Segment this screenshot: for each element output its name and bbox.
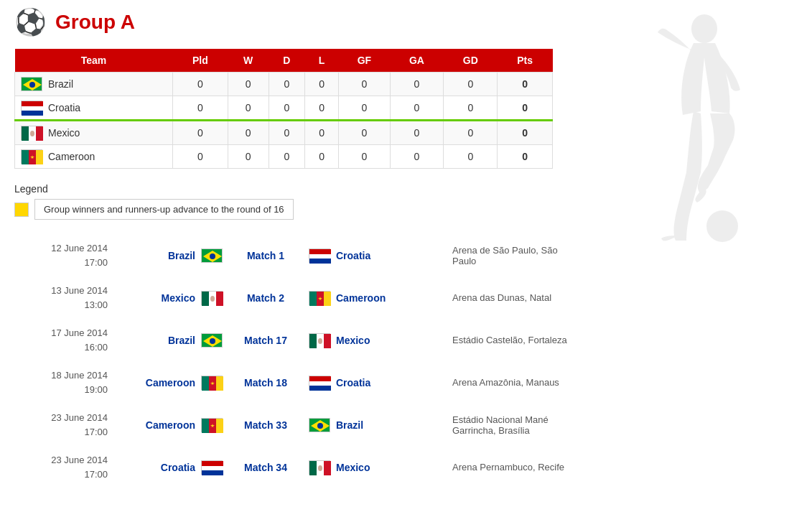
- home-team-name: Mexico: [162, 292, 195, 304]
- away-team-name: Croatia: [336, 250, 370, 261]
- flag-brazil: [309, 418, 330, 432]
- flag-croatia: [309, 376, 330, 390]
- svg-point-32: [210, 338, 215, 344]
- col-pts: Pts: [498, 49, 553, 73]
- col-pld: Pld: [173, 49, 228, 73]
- match-away-team: Mexico: [309, 333, 438, 348]
- cell-pts: 0: [498, 145, 553, 169]
- svg-rect-52: [202, 461, 223, 466]
- team-cell: Mexico: [15, 121, 173, 145]
- cell-pts: 0: [498, 96, 553, 121]
- flag-mexico: [21, 126, 42, 140]
- cell-w: 0: [228, 121, 269, 145]
- svg-rect-28: [324, 292, 331, 306]
- match-label: Match 34: [223, 462, 309, 473]
- col-ga: GA: [390, 49, 444, 73]
- match-away-team: Cameroon: [309, 291, 438, 305]
- svg-rect-37: [202, 376, 209, 391]
- away-team-name: Mexico: [336, 462, 370, 473]
- match-home-team: Brazil: [108, 333, 223, 348]
- match-away-team: Croatia: [309, 376, 438, 390]
- svg-rect-26: [309, 292, 317, 306]
- svg-point-17: [210, 253, 215, 259]
- col-d: D: [269, 49, 304, 73]
- svg-rect-41: [309, 376, 331, 381]
- svg-point-36: [318, 338, 322, 344]
- cell-gd: 0: [444, 121, 498, 145]
- away-team-name: Croatia: [336, 377, 370, 388]
- col-gf: GF: [339, 49, 390, 73]
- svg-point-2: [29, 82, 35, 88]
- team-cell: Cameroon: [15, 145, 173, 169]
- home-team-name: Cameroon: [146, 377, 195, 388]
- match-home-team: Cameroon: [108, 376, 223, 390]
- svg-rect-9: [36, 126, 43, 141]
- team-name: Brazil: [48, 78, 73, 90]
- svg-point-60: [691, 14, 717, 43]
- cell-pts: 0: [498, 73, 553, 96]
- cell-d: 0: [269, 145, 304, 169]
- match-label: Match 2: [223, 292, 309, 304]
- cell-w: 0: [228, 145, 269, 169]
- svg-rect-11: [22, 150, 29, 164]
- team-name: Mexico: [48, 127, 80, 139]
- svg-rect-45: [202, 419, 209, 433]
- match-date: 23 June 201417:00: [14, 453, 108, 481]
- match-label: Match 17: [223, 335, 309, 346]
- svg-rect-42: [309, 381, 331, 386]
- cell-d: 0: [269, 96, 304, 121]
- table-row: Cameroon00000000: [15, 145, 553, 169]
- team-cell: Croatia: [15, 96, 173, 121]
- cell-pts: 0: [498, 121, 553, 145]
- table-row: Croatia00000000: [15, 96, 553, 121]
- svg-rect-53: [202, 466, 223, 470]
- match-date: 13 June 201413:00: [14, 284, 108, 312]
- cell-d: 0: [269, 73, 304, 96]
- flag-mexico: [201, 291, 223, 305]
- home-team-name: Brazil: [168, 335, 195, 346]
- match-home-team: Cameroon: [108, 418, 223, 432]
- svg-rect-3: [22, 101, 43, 106]
- match-row: 23 June 201417:00Cameroon Match 33 Brazi…: [14, 404, 568, 446]
- svg-rect-33: [309, 334, 317, 348]
- match-row: 13 June 201413:00Mexico Match 2 Cameroon…: [14, 276, 568, 319]
- match-venue: Arena Pernambuco, Recife: [438, 462, 568, 473]
- svg-rect-54: [202, 470, 223, 475]
- cell-gd: 0: [444, 145, 498, 169]
- svg-rect-58: [324, 461, 331, 475]
- legend-title: Legend: [14, 183, 568, 195]
- flag-cameroon: [309, 291, 330, 305]
- svg-rect-13: [36, 150, 43, 164]
- cell-d: 0: [269, 121, 304, 145]
- flag-mexico: [309, 333, 330, 348]
- cell-gd: 0: [444, 96, 498, 121]
- match-home-team: Brazil: [108, 248, 223, 263]
- match-date: 23 June 201417:00: [14, 411, 108, 439]
- group-title: Group A: [55, 11, 135, 34]
- player-silhouette: [582, 7, 783, 251]
- home-team-name: Brazil: [168, 250, 195, 261]
- match-home-team: Mexico: [108, 291, 223, 305]
- match-venue: Estádio Nacional Mané Garrincha, Brasíli…: [438, 414, 568, 436]
- cell-pld: 0: [173, 121, 228, 145]
- flag-brazil: [201, 248, 223, 263]
- svg-point-10: [30, 131, 34, 136]
- cell-gf: 0: [339, 96, 390, 121]
- svg-rect-5: [22, 111, 43, 116]
- cell-pld: 0: [173, 145, 228, 169]
- away-team-name: Brazil: [336, 419, 363, 431]
- match-away-team: Croatia: [309, 248, 438, 263]
- flag-brazil: [21, 77, 42, 91]
- match-row: 23 June 201417:00Croatia Match 34 Mexico…: [14, 446, 568, 488]
- svg-point-25: [210, 296, 215, 302]
- team-name: Croatia: [48, 102, 80, 113]
- group-header: ⚽ Group A: [14, 7, 568, 37]
- svg-rect-43: [309, 386, 331, 391]
- flag-cameroon: [21, 149, 42, 164]
- matches-list: 12 June 201417:00Brazil Match 1 CroatiaA…: [14, 234, 568, 488]
- legend: Legend Group winners and runners-up adva…: [14, 183, 568, 220]
- match-label: Match 18: [223, 377, 309, 388]
- svg-rect-7: [22, 126, 29, 141]
- match-away-team: Mexico: [309, 460, 438, 475]
- cell-ga: 0: [390, 96, 444, 121]
